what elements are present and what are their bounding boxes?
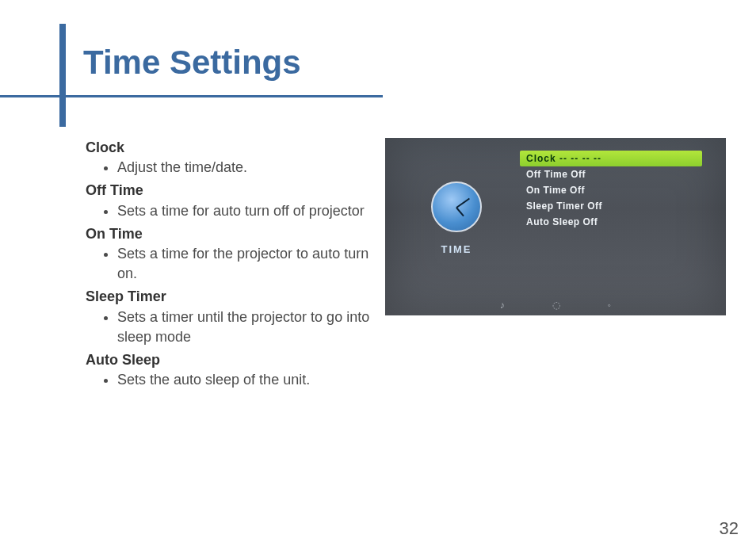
clock-icon bbox=[431, 181, 482, 232]
page-title: Time Settings bbox=[83, 44, 301, 82]
section-heading: Sleep Timer bbox=[86, 287, 371, 307]
osd-menu: Clock -- -- -- -- Off Time Off On Time O… bbox=[520, 151, 702, 230]
osd-screenshot: TIME Clock -- -- -- -- Off Time Off On T… bbox=[385, 138, 726, 315]
content-column: Clock Adjust the time/date. Off Time Set… bbox=[86, 135, 371, 391]
manual-page: Time Settings Clock Adjust the time/date… bbox=[0, 0, 756, 550]
section-bullet: Sets a timer until the projector to go i… bbox=[117, 307, 371, 347]
section-heading: Off Time bbox=[86, 181, 371, 201]
osd-side-label: TIME bbox=[441, 243, 472, 255]
osd-item: On Time Off bbox=[520, 182, 702, 198]
osd-item: Off Time Off bbox=[520, 166, 702, 182]
accent-horizontal-rule bbox=[0, 95, 383, 97]
ring-icon: ◌ bbox=[552, 300, 560, 311]
section-heading: Clock bbox=[86, 138, 371, 158]
osd-item-highlight: Clock -- -- -- -- bbox=[520, 151, 702, 166]
section-bullet: Sets a time for auto turn off of project… bbox=[117, 201, 371, 221]
section-bullet: Adjust the time/date. bbox=[117, 158, 371, 178]
section-heading: On Time bbox=[86, 224, 371, 244]
accent-vertical-bar bbox=[59, 24, 66, 127]
dot-icon: ◦ bbox=[608, 300, 611, 311]
osd-item: Sleep Timer Off bbox=[520, 198, 702, 214]
osd-left-column: TIME bbox=[401, 138, 512, 298]
music-icon: ♪ bbox=[500, 300, 505, 311]
osd-bottom-icons: ♪ ◌ ◦ bbox=[385, 300, 726, 311]
page-number: 32 bbox=[720, 518, 739, 539]
section-heading: Auto Sleep bbox=[86, 350, 371, 370]
osd-item: Auto Sleep Off bbox=[520, 214, 702, 230]
section-bullet: Sets a time for the projector to auto tu… bbox=[117, 244, 371, 284]
section-bullet: Sets the auto sleep of the unit. bbox=[117, 370, 371, 390]
